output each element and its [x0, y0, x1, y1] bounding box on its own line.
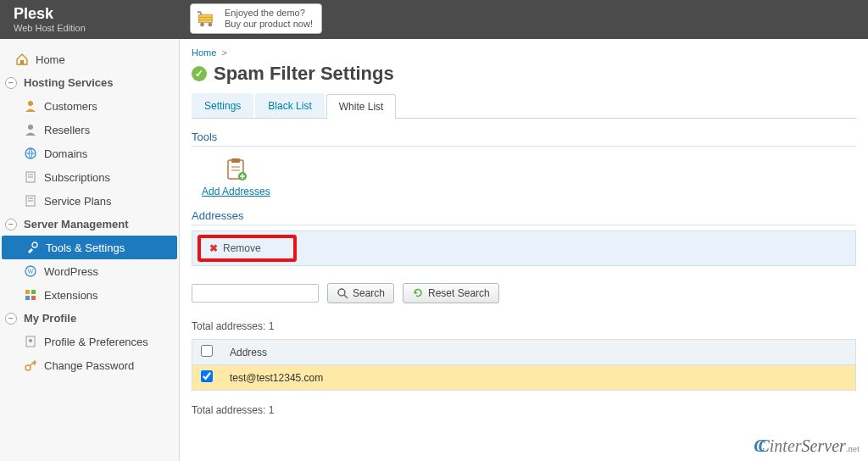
promo-banner[interactable]: Enjoyed the demo? Buy our product now!	[190, 3, 322, 34]
section-tools-title: Tools	[192, 131, 856, 147]
tabs: Settings Black List White List	[192, 93, 856, 119]
svg-point-7	[28, 125, 33, 130]
tab-settings[interactable]: Settings	[192, 93, 253, 118]
reset-search-button[interactable]: Reset Search	[403, 283, 499, 303]
svg-rect-19	[31, 290, 36, 294]
sidebar-item-service-plans[interactable]: Service Plans	[0, 189, 179, 213]
tool-label[interactable]: Add Addresses	[202, 186, 270, 197]
reset-button-label: Reset Search	[428, 287, 490, 299]
promo-line1: Enjoyed the demo?	[225, 8, 313, 19]
search-icon	[337, 287, 348, 299]
collapse-icon: −	[5, 313, 17, 325]
clipboard-add-icon	[202, 157, 270, 182]
user-icon	[24, 123, 37, 136]
breadcrumb: Home >	[192, 47, 856, 58]
sidebar-item-wordpress[interactable]: WWordPress	[0, 259, 179, 283]
addresses-toolbar: ✖ Remove	[192, 230, 856, 266]
sidebar-group-profile[interactable]: − My Profile	[0, 307, 179, 330]
user-icon	[24, 99, 37, 113]
sidebar-item-domains[interactable]: Domains	[0, 142, 179, 165]
tool-add-addresses[interactable]: Add Addresses	[202, 157, 270, 197]
highlight-box: ✖ Remove	[198, 235, 297, 262]
sidebar-group-label: My Profile	[24, 312, 76, 325]
sidebar-group-label: Server Management	[24, 218, 129, 230]
svg-rect-21	[31, 296, 36, 300]
svg-text:W: W	[27, 268, 34, 275]
total-addresses-bottom: Total addresses: 1	[192, 404, 856, 416]
brand-name: Plesk	[14, 6, 86, 23]
remove-button[interactable]: ✖ Remove	[203, 240, 268, 257]
sidebar-item-label: Home	[36, 53, 65, 66]
select-all-checkbox[interactable]	[201, 345, 213, 357]
tab-black-list[interactable]: Black List	[255, 93, 324, 118]
sidebar-item-tools-settings[interactable]: Tools & Settings	[2, 236, 177, 259]
search-button[interactable]: Search	[327, 283, 394, 303]
addresses-table: Address test@test12345.com	[192, 339, 856, 391]
sidebar: Home − Hosting Services Customers Resell…	[0, 39, 180, 461]
cart-icon	[196, 9, 218, 28]
sidebar-item-profile-prefs[interactable]: Profile & Preferences	[0, 330, 179, 353]
profile-icon	[24, 335, 37, 348]
doc-icon	[24, 170, 37, 184]
sidebar-group-hosting[interactable]: − Hosting Services	[0, 71, 179, 94]
footer-brand: CCinterServer.net	[754, 436, 860, 456]
promo-text: Enjoyed the demo? Buy our product now!	[225, 8, 313, 30]
table-row[interactable]: test@test12345.com	[192, 365, 856, 391]
svg-point-23	[29, 339, 32, 342]
tools-icon	[25, 241, 39, 254]
page-title: Spam Filter Settings	[214, 63, 394, 85]
section-addresses-title: Addresses	[192, 209, 856, 225]
doc-icon	[24, 194, 37, 208]
svg-point-15	[32, 242, 37, 247]
extensions-icon	[24, 288, 37, 302]
key-icon	[24, 358, 37, 372]
search-button-label: Search	[353, 287, 385, 299]
sidebar-group-server[interactable]: − Server Management	[0, 213, 179, 236]
brand: Plesk Web Host Edition	[14, 6, 86, 33]
wordpress-icon: W	[24, 264, 37, 278]
svg-rect-5	[20, 60, 24, 64]
cell-address: test@test12345.com	[221, 365, 856, 391]
remove-label: Remove	[223, 242, 261, 254]
sidebar-item-resellers[interactable]: Resellers	[0, 118, 179, 142]
svg-point-6	[28, 101, 33, 106]
svg-rect-18	[25, 290, 30, 294]
col-address: Address	[221, 340, 856, 365]
refresh-icon	[412, 287, 424, 299]
sidebar-item-subscriptions[interactable]: Subscriptions	[0, 165, 179, 189]
svg-point-4	[209, 23, 213, 27]
search-input[interactable]	[192, 284, 319, 303]
page-title-row: ✓ Spam Filter Settings	[192, 63, 856, 85]
sidebar-item-home[interactable]: Home	[0, 47, 179, 71]
row-checkbox[interactable]	[201, 370, 213, 382]
svg-rect-20	[25, 296, 30, 300]
main-content: Home > ✓ Spam Filter Settings Settings B…	[180, 39, 868, 461]
collapse-icon: −	[5, 77, 17, 89]
svg-rect-26	[231, 158, 240, 163]
search-row: Search Reset Search	[192, 280, 856, 307]
globe-icon	[24, 147, 37, 160]
breadcrumb-home[interactable]: Home	[192, 47, 216, 58]
table-header-row: Address	[192, 340, 856, 365]
sidebar-item-customers[interactable]: Customers	[0, 94, 179, 118]
tab-white-list[interactable]: White List	[326, 94, 397, 119]
promo-line2: Buy our product now!	[225, 19, 313, 30]
app-header: Plesk Web Host Edition	[0, 0, 868, 39]
remove-x-icon: ✖	[209, 242, 218, 254]
brand-subtitle: Web Host Edition	[14, 23, 86, 33]
svg-point-30	[338, 289, 345, 296]
svg-rect-0	[199, 14, 213, 22]
sidebar-item-change-password[interactable]: Change Password	[0, 353, 179, 377]
total-addresses-top: Total addresses: 1	[192, 320, 856, 332]
svg-line-31	[344, 295, 348, 298]
collapse-icon: −	[5, 219, 17, 230]
check-circle-icon: ✓	[192, 66, 207, 81]
home-icon	[15, 53, 29, 66]
sidebar-item-extensions[interactable]: Extensions	[0, 283, 179, 307]
svg-point-3	[200, 23, 204, 27]
tools-row: Add Addresses	[192, 152, 856, 197]
sidebar-group-label: Hosting Services	[24, 76, 114, 89]
